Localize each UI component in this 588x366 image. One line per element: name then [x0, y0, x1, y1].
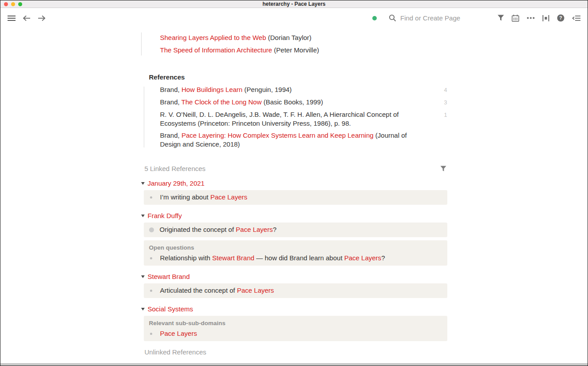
reference-count: 1	[438, 110, 447, 119]
page-link[interactable]: The Speed of Information Architecture	[160, 46, 272, 54]
parent-block-breadcrumb[interactable]: Open questions	[144, 242, 447, 253]
page-link[interactable]: Pace Layers	[160, 330, 197, 337]
collapse-arrow-icon[interactable]	[141, 215, 145, 217]
linked-references-title[interactable]: 5 Linked References	[145, 165, 440, 172]
bullet-icon[interactable]	[150, 257, 152, 259]
reference-text: R. V. O’Neill, D. L. DeAngelis, J.B. Wad…	[160, 110, 438, 128]
text-segment: ?	[381, 254, 385, 262]
collapse-arrow-icon[interactable]	[141, 308, 145, 310]
page-link[interactable]: Pace Layering: How Complex Systems Learn…	[182, 131, 374, 139]
linked-reference-block[interactable]: Originated the concept of Pace Layers?	[144, 223, 447, 237]
back-arrow-icon[interactable]	[23, 15, 31, 21]
close-button[interactable]	[4, 2, 8, 6]
page-link[interactable]: Shearing Layers Applied to the Web	[160, 34, 266, 41]
page-link[interactable]: Pace Layers	[237, 286, 274, 294]
calendar-icon[interactable]	[512, 15, 519, 22]
linked-references-filter-icon[interactable]	[440, 166, 446, 172]
reference-text: Brand, Pace Layering: How Complex System…	[160, 131, 438, 149]
block-text: I’m writing about Pace Layers	[160, 192, 248, 203]
group-header: Social Systems	[141, 305, 447, 313]
reference-count: 3	[438, 98, 447, 107]
block-row[interactable]: Pace Layers	[144, 328, 447, 339]
block-row[interactable]: Articulated the concept of Pace Layers	[144, 285, 447, 296]
linked-reference-block[interactable]: Relevant sub-sub-domainsPace Layers	[144, 316, 447, 341]
reference-text: Brand, How Buildings Learn (Penguin, 199…	[160, 85, 438, 94]
unlinked-references-title[interactable]: Unlinked References	[141, 348, 447, 356]
search-input[interactable]	[400, 14, 471, 22]
linked-page-title[interactable]: Stewart Brand	[148, 273, 190, 280]
block-row[interactable]: I’m writing about Pace Layers	[144, 192, 447, 203]
text-segment: Brand,	[160, 131, 182, 139]
forward-arrow-icon[interactable]	[38, 15, 46, 21]
page-link[interactable]: The Clock of the Long Now	[182, 98, 262, 106]
reference-row[interactable]: R. V. O’Neill, D. L. DeAngelis, J.B. Wad…	[160, 110, 447, 128]
window-bottom-edge	[0, 363, 588, 366]
page-link[interactable]: Pace Layers	[344, 254, 381, 262]
top-block-list: Shearing Layers Applied to the Web (Dori…	[141, 32, 447, 56]
group-header: Stewart Brand	[141, 273, 447, 280]
bullet-icon[interactable]	[150, 333, 152, 335]
block-row[interactable]: Relationship with Stewart Brand — how di…	[144, 253, 447, 263]
linked-page-title[interactable]: Social Systems	[148, 305, 193, 313]
references-heading: References	[141, 73, 447, 81]
text-segment: I’m writing about	[160, 193, 210, 201]
block-line[interactable]: The Speed of Information Architecture (P…	[160, 44, 447, 56]
zoom-button[interactable]	[18, 2, 22, 6]
page-link[interactable]: Stewart Brand	[212, 254, 254, 262]
reference-row[interactable]: Brand, Pace Layering: How Complex System…	[160, 131, 447, 149]
linked-page-title[interactable]: January 29th, 2021	[148, 179, 205, 187]
reference-row[interactable]: Brand, How Buildings Learn (Penguin, 199…	[160, 85, 447, 95]
hamburger-menu-icon[interactable]	[8, 15, 16, 21]
collapse-arrow-icon[interactable]	[141, 275, 145, 278]
text-segment: (Peter Morville)	[272, 46, 319, 54]
linked-reference-block[interactable]: Open questionsRelationship with Stewart …	[144, 240, 447, 266]
text-segment: (Basic Books, 1999)	[262, 98, 323, 106]
text-segment: (Dorian Taylor)	[266, 34, 312, 41]
page-link[interactable]: Pace Layers	[236, 226, 272, 233]
references-section: References Brand, How Buildings Learn (P…	[141, 73, 447, 149]
text-segment: Brand,	[160, 98, 182, 106]
linked-reference-block[interactable]: I’m writing about Pace Layers	[144, 190, 447, 205]
text-segment: Originated the concept of	[160, 226, 236, 233]
group-header: Frank Duffy	[141, 212, 447, 219]
reference-count: 4	[438, 85, 447, 95]
parent-block-breadcrumb[interactable]: Relevant sub-sub-domains	[144, 318, 447, 328]
text-segment: R. V. O’Neill, D. L. DeAngelis, J.B. Wad…	[160, 111, 399, 127]
block-row[interactable]: Originated the concept of Pace Layers?	[144, 224, 447, 235]
text-segment: ?	[273, 226, 276, 233]
block-line[interactable]: Shearing Layers Applied to the Web (Dori…	[160, 32, 447, 44]
search-icon[interactable]	[389, 14, 396, 22]
filter-icon[interactable]	[497, 15, 504, 21]
linked-reference-group: Stewart BrandArticulated the concept of …	[141, 273, 447, 298]
linked-reference-block[interactable]: Articulated the concept of Pace Layers	[144, 283, 447, 298]
graph-icon[interactable]	[542, 15, 549, 22]
window-titlebar: heterarchy - Pace Layers	[0, 0, 588, 8]
references-list: Brand, How Buildings Learn (Penguin, 199…	[141, 85, 447, 149]
traffic-lights	[4, 2, 22, 6]
linked-page-title[interactable]: Frank Duffy	[148, 212, 182, 219]
linked-references-header: 5 Linked References	[141, 165, 447, 172]
minimize-button[interactable]	[11, 2, 15, 6]
page-link[interactable]: How Buildings Learn	[182, 86, 243, 93]
collapse-arrow-icon[interactable]	[141, 182, 145, 185]
bullet-icon[interactable]	[150, 196, 152, 199]
reference-count	[438, 131, 447, 131]
linked-reference-group: January 29th, 2021I’m writing about Pace…	[141, 179, 447, 205]
window-title: heterarchy - Pace Layers	[262, 1, 325, 7]
search-box	[389, 14, 471, 22]
page-link[interactable]: Pace Layers	[210, 193, 247, 201]
svg-text:?: ?	[559, 15, 562, 20]
sync-status-dot[interactable]	[372, 16, 377, 20]
more-options-icon[interactable]	[527, 17, 535, 19]
collapsed-bullet-icon[interactable]	[149, 227, 154, 232]
group-header: January 29th, 2021	[141, 179, 447, 187]
right-sidebar-toggle-icon[interactable]	[572, 15, 580, 21]
app-toolbar: ?	[0, 8, 588, 28]
bullet-icon[interactable]	[150, 290, 152, 292]
help-icon[interactable]: ?	[557, 14, 564, 22]
text-segment: Brand,	[160, 86, 182, 93]
text-segment: (Penguin, 1994)	[242, 86, 292, 93]
reference-row[interactable]: Brand, The Clock of the Long Now (Basic …	[160, 98, 447, 107]
linked-reference-group: Social SystemsRelevant sub-sub-domainsPa…	[141, 305, 447, 341]
text-segment: — how did Brand learn about	[254, 254, 344, 262]
